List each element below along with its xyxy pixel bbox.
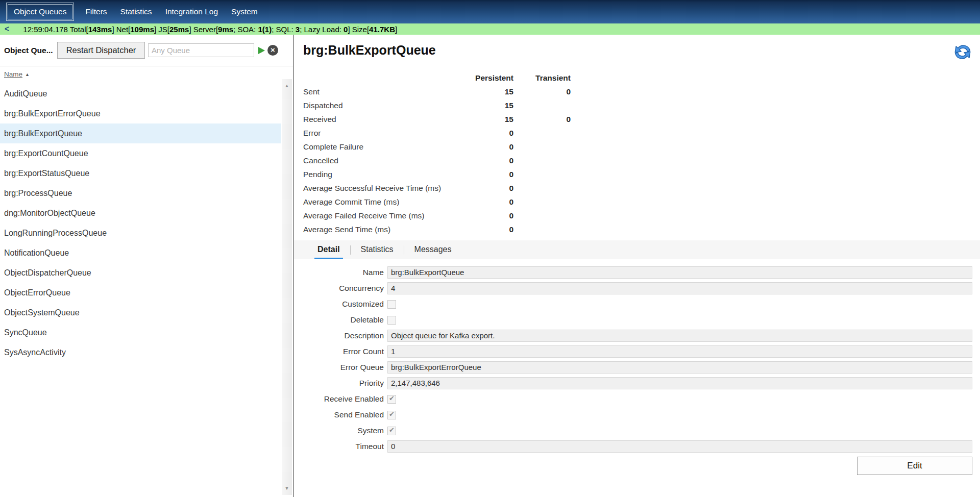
- stats-row: Received 15 0: [303, 112, 980, 126]
- panel-title: Object Que...: [4, 46, 57, 55]
- edit-button[interactable]: Edit: [857, 457, 972, 475]
- sort-by-name-link[interactable]: Name: [4, 70, 22, 78]
- queue-list-item[interactable]: ObjectDispatcherQueue: [0, 263, 281, 283]
- stats-col-persistent: Persistent: [462, 73, 513, 83]
- form-label: System: [303, 426, 384, 435]
- form-checkbox[interactable]: [387, 427, 396, 435]
- stats-persistent-value: 15: [462, 115, 513, 124]
- run-filter-icon[interactable]: [258, 47, 265, 54]
- queue-list-item[interactable]: brg:ProcessQueue: [0, 183, 281, 203]
- form-row: Customized: [303, 297, 980, 311]
- queue-list-item[interactable]: brg:BulkExportErrorQueue: [0, 104, 281, 123]
- queue-list-item[interactable]: SyncQueue: [0, 322, 281, 342]
- form-text-field[interactable]: 1: [387, 345, 972, 358]
- collapse-chevron-icon[interactable]: <: [5, 24, 9, 34]
- tab-wrap: Messages: [397, 240, 455, 259]
- timing-segment: 9ms: [218, 25, 233, 34]
- form-text-field[interactable]: 2,147,483,646: [387, 377, 972, 389]
- form-text-field[interactable]: Object queue for Kafka export.: [387, 330, 972, 342]
- timing-segment: 3: [296, 25, 300, 34]
- queue-list-item[interactable]: SysAsyncActivity: [0, 342, 281, 362]
- stats-persistent-value: 0: [462, 225, 513, 234]
- form-checkbox[interactable]: [387, 300, 396, 309]
- stats-label: Complete Failure: [303, 142, 462, 152]
- form-row: Receive Enabled: [303, 392, 980, 406]
- stats-persistent-value: 0: [462, 211, 513, 220]
- timing-segment: ; Lazy Load:: [300, 25, 344, 34]
- form-checkbox[interactable]: [387, 316, 396, 325]
- stats-persistent-value: 0: [462, 156, 513, 165]
- stats-row: Average Failed Receive Time (ms) 0: [303, 209, 980, 222]
- queue-panel-header: Object Que... Restart Dispatcher ×: [0, 35, 293, 66]
- queue-list-item[interactable]: brg:ExportCountQueue: [0, 143, 281, 163]
- timing-segment: ] JS[: [154, 25, 169, 34]
- stats-label: Dispatched: [303, 101, 462, 110]
- detail-tab[interactable]: Messages: [411, 240, 455, 259]
- timing-segment: 12:59:04.178 Total[: [23, 25, 88, 34]
- stats-persistent-value: 0: [462, 184, 513, 193]
- form-text-field[interactable]: brg:BulkExportQueue: [387, 266, 972, 279]
- tab-wrap: Statistics: [343, 240, 397, 259]
- stats-row: Complete Failure 0: [303, 140, 980, 154]
- nav-tab[interactable]: Object Queues: [6, 3, 74, 21]
- form-row: Description Object queue for Kafka expor…: [303, 329, 980, 342]
- clear-filter-icon[interactable]: ×: [267, 45, 278, 56]
- main-split: Object Que... Restart Dispatcher × Name▲…: [0, 35, 980, 497]
- queue-list-item[interactable]: AuditQueue: [0, 84, 281, 104]
- refresh-icon[interactable]: [952, 43, 973, 61]
- timing-text: 12:59:04.178 Total[143ms] Net[109ms] JS[…: [23, 25, 397, 34]
- nav-tab[interactable]: Integration Log: [159, 0, 225, 23]
- form-label: Timeout: [303, 442, 384, 451]
- queue-list-item[interactable]: ObjectErrorQueue: [0, 283, 281, 303]
- stats-row: Error 0: [303, 126, 980, 140]
- queue-list-item[interactable]: brg:ExportStatusQueue: [0, 163, 281, 183]
- nav-tab[interactable]: Statistics: [114, 0, 159, 23]
- form-text-field[interactable]: 0: [387, 440, 972, 453]
- stats-label: Average Send Time (ms): [303, 225, 462, 234]
- form-row: Error Queue brg:BulkExportErrorQueue: [303, 361, 980, 374]
- vertical-scrollbar[interactable]: ▲ ▼: [282, 79, 292, 495]
- timing-segment: ; SOA:: [233, 25, 258, 34]
- queue-list-item[interactable]: dng:MonitorObjectQueue: [0, 203, 281, 223]
- form-label: Receive Enabled: [303, 394, 384, 404]
- form-label: Customized: [303, 300, 384, 309]
- queue-search-input[interactable]: [148, 43, 254, 57]
- queue-list-item[interactable]: LongRunningProcessQueue: [0, 223, 281, 243]
- queue-list-panel: Object Que... Restart Dispatcher × Name▲…: [0, 35, 294, 497]
- detail-tab[interactable]: Detail: [314, 240, 343, 259]
- timing-segment: 1(1): [258, 25, 272, 34]
- queue-detail-form: Name brg:BulkExportQueue Concurrency 4 C…: [303, 266, 980, 453]
- scroll-up-icon[interactable]: ▲: [282, 83, 292, 88]
- stats-row: Average Send Time (ms) 0: [303, 222, 980, 236]
- timing-segment: ] Size[: [348, 25, 369, 34]
- queue-list-item[interactable]: brg:BulkExportQueue: [0, 123, 281, 143]
- stats-persistent-value: 0: [462, 142, 513, 152]
- stats-label: Cancelled: [303, 156, 462, 165]
- nav-tab-label: Integration Log: [159, 7, 225, 16]
- timing-segment: 143ms: [88, 25, 112, 34]
- form-label: Deletable: [303, 315, 384, 325]
- stats-row: Pending 0: [303, 167, 980, 181]
- queue-list: AuditQueue brg:BulkExportErrorQueue brg:…: [0, 84, 293, 362]
- top-nav-bar: Object Queues Filters Statistics Integra…: [0, 0, 980, 23]
- stats-persistent-value: 0: [462, 170, 513, 179]
- form-row: Send Enabled: [303, 408, 980, 421]
- nav-tab[interactable]: Filters: [79, 0, 113, 23]
- form-checkbox[interactable]: [387, 395, 396, 404]
- form-checkbox[interactable]: [387, 411, 396, 419]
- queue-stats-table: Persistent Transient Sent 15 0 Dispatche…: [303, 71, 980, 236]
- stats-transient-value: 0: [513, 87, 571, 96]
- form-text-field[interactable]: 4: [387, 282, 972, 294]
- tab-separator: [404, 245, 404, 255]
- stats-row: Average Commit Time (ms) 0: [303, 195, 980, 209]
- queue-list-item[interactable]: ObjectSystemQueue: [0, 303, 281, 322]
- form-text-field[interactable]: brg:BulkExportErrorQueue: [387, 361, 972, 374]
- detail-tab[interactable]: Statistics: [358, 240, 397, 259]
- nav-tab-label: System: [225, 7, 264, 16]
- nav-tab[interactable]: System: [225, 0, 264, 23]
- form-row: System: [303, 424, 980, 437]
- timing-segment: ; SQL:: [272, 25, 296, 34]
- scroll-down-icon[interactable]: ▼: [282, 486, 292, 491]
- restart-dispatcher-button[interactable]: Restart Dispatcher: [57, 42, 145, 59]
- queue-list-item[interactable]: NotificationQueue: [0, 243, 281, 263]
